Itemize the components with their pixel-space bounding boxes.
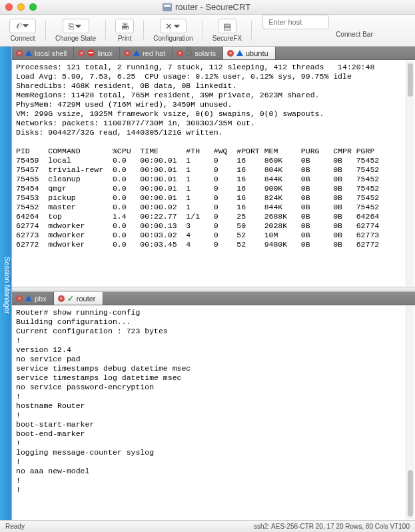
tab-red-hat[interactable]: ×red hat bbox=[120, 47, 173, 59]
lock-icon bbox=[186, 50, 192, 56]
tab-local-shell[interactable]: ×local shell bbox=[12, 47, 74, 59]
no-entry-icon bbox=[87, 49, 95, 57]
change-state-button[interactable]: ⎘⏷ Change State bbox=[50, 17, 101, 44]
tab-label: local shell bbox=[35, 49, 67, 57]
close-window-button[interactable] bbox=[5, 3, 13, 11]
top-tabbar: ×local shell×linux×red hat×solaris×ubunt… bbox=[12, 47, 415, 60]
tab-linux[interactable]: ×linux bbox=[74, 47, 120, 59]
tab-ubuntu[interactable]: ×ubuntu bbox=[223, 47, 276, 59]
connect-button[interactable]: 𝒪⏷ Connect bbox=[4, 17, 41, 44]
connect-icon: 𝒪⏷ bbox=[9, 19, 36, 33]
close-tab-icon[interactable]: × bbox=[58, 295, 65, 302]
tab-router[interactable]: ×✓router bbox=[54, 292, 103, 305]
titlebar: router - SecureCRT bbox=[0, 0, 415, 15]
status-left: Ready bbox=[5, 523, 25, 530]
close-tab-icon[interactable]: × bbox=[16, 50, 23, 57]
securefx-icon: ▤ bbox=[218, 19, 236, 33]
close-tab-icon[interactable]: × bbox=[78, 50, 85, 57]
window-title-text: router - SecureCRT bbox=[175, 2, 250, 12]
scrollbar[interactable] bbox=[406, 306, 414, 519]
warning-icon bbox=[236, 50, 243, 56]
tab-solaris[interactable]: ×solaris bbox=[173, 47, 223, 59]
close-tab-icon[interactable]: × bbox=[177, 50, 183, 57]
change-state-icon: ⎘⏷ bbox=[63, 19, 89, 33]
status-right: ssh2: AES-256-CTR 20, 17 20 Rows, 80 Col… bbox=[254, 523, 410, 530]
warning-icon bbox=[25, 50, 32, 56]
print-icon: 🖶 bbox=[115, 19, 134, 33]
warning-icon bbox=[133, 50, 140, 56]
toolbar: 𝒪⏷ Connect ⎘⏷ Change State 🖶 Print ✕⏷ Co… bbox=[0, 15, 415, 47]
tab-label: ubuntu bbox=[246, 49, 268, 57]
connect-bar-label: Connect Bar bbox=[336, 31, 373, 38]
session-manager-tab[interactable]: Session Manager bbox=[0, 47, 12, 520]
print-button[interactable]: 🖶 Print bbox=[110, 17, 139, 44]
tab-pbx[interactable]: ×pbx bbox=[12, 292, 54, 305]
pane-splitter[interactable] bbox=[12, 287, 415, 292]
tab-label: pbx bbox=[35, 295, 47, 303]
close-tab-icon[interactable]: × bbox=[227, 50, 234, 57]
host-input[interactable] bbox=[262, 15, 329, 29]
tab-label: linux bbox=[97, 49, 113, 57]
app-icon bbox=[163, 3, 172, 11]
close-tab-icon[interactable]: × bbox=[124, 50, 131, 57]
scrollbar[interactable] bbox=[406, 61, 414, 286]
status-bar: Ready ssh2: AES-256-CTR 20, 17 20 Rows, … bbox=[0, 520, 415, 532]
check-icon: ✓ bbox=[67, 295, 74, 303]
terminal-top[interactable]: Processes: 121 total, 2 running, 7 stuck… bbox=[12, 60, 415, 287]
traffic-lights bbox=[5, 3, 37, 11]
window-title: router - SecureCRT bbox=[37, 2, 376, 12]
configuration-button[interactable]: ✕⏷ Configuration bbox=[148, 17, 198, 44]
bottom-tabbar: ×pbx×✓router bbox=[12, 292, 415, 305]
warning-icon bbox=[25, 295, 32, 301]
minimize-window-button[interactable] bbox=[17, 3, 25, 11]
tab-label: red hat bbox=[143, 49, 165, 57]
tab-label: solaris bbox=[195, 49, 216, 57]
configuration-icon: ✕⏷ bbox=[160, 19, 187, 33]
tab-label: router bbox=[77, 295, 96, 303]
zoom-window-button[interactable] bbox=[29, 3, 37, 11]
securefx-button[interactable]: ▤ SecureFX bbox=[207, 17, 247, 44]
terminal-bottom[interactable]: Router# show running-config Building con… bbox=[12, 305, 415, 520]
close-tab-icon[interactable]: × bbox=[16, 295, 23, 302]
